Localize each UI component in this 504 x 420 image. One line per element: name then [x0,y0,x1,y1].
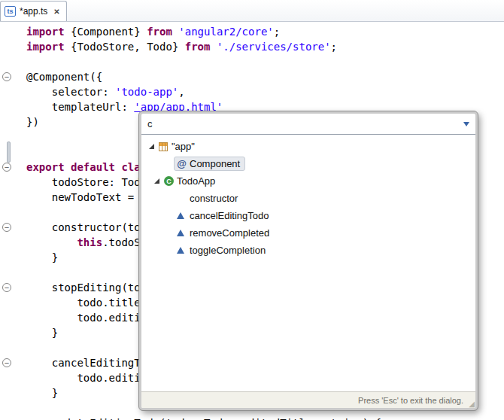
method-icon [177,230,184,236]
outline-item-label: constructor [190,193,238,204]
code-token: newTodoText = [26,191,141,203]
outline-item[interactable]: "app" [141,138,475,155]
method-icon [177,247,184,254]
code-token: ; [274,26,280,38]
fold-collapse-icon[interactable]: − [2,223,11,232]
code-token: export default class [26,161,153,173]
code-token: } [26,251,58,263]
code-token: from [185,41,217,53]
code-line[interactable]: import {Component} from 'angular2/core'; [0,24,504,39]
code-token: from [147,26,178,38]
outline-item[interactable]: CTodoApp [141,172,475,190]
code-token [26,236,77,248]
class-icon: C [164,176,174,186]
code-token: 'angular2/core' [178,26,273,38]
tree-expanded-arrow-icon[interactable] [154,178,159,184]
outline-item[interactable]: @Component [141,155,475,172]
dialog-status-text: Press 'Esc' to exit the dialog. [358,396,463,405]
code-token: ; [331,41,337,53]
resize-grip[interactable]: ◢ [469,400,475,408]
code-line[interactable]: @Component({ [0,69,504,84]
code-line[interactable]: selector: 'todo-app', [0,84,504,99]
fold-collapse-icon[interactable]: − [2,358,11,367]
outline-item[interactable]: toggleCompletion [141,242,475,259]
method-icon [177,212,184,219]
code-token: {Component} [71,26,147,38]
outline-tree: "app"@ComponentCTodoAppconstructorcancel… [141,135,475,391]
code-line[interactable]: updateEditingTodo(todo: Todo, editedTitl… [0,415,504,420]
editor-tab-bar: ts *app.ts ✕ [0,0,504,22]
outline-item[interactable]: removeCompleted [141,224,475,242]
outline-item-label: cancelEditingTodo [190,210,269,221]
code-token: this [77,236,102,248]
code-token: './services/store' [217,41,331,53]
dropdown-arrow-icon[interactable] [463,122,469,126]
code-line[interactable]: import {TodoStore, Todo} from './service… [0,39,504,54]
code-token: }) [26,116,39,128]
spacer [177,193,187,203]
outline-item[interactable]: cancelEditingTodo [141,207,475,224]
outline-item-label: "app" [172,141,195,152]
outline-filter-input[interactable]: c [147,118,463,129]
code-token: , [178,86,184,98]
module-icon [159,142,168,151]
tab-title: *app.ts [20,6,47,17]
outline-filter-row: c [141,114,475,135]
code-line[interactable] [0,54,504,69]
code-token: updateEditingTodo(todo: Todo, editedTitl… [26,417,381,420]
code-token: {TodoStore, Todo} [71,41,185,53]
code-token: templateUrl: [26,101,134,113]
outline-item[interactable]: constructor [141,190,475,207]
outline-item-label: Component [190,158,240,169]
tree-expanded-arrow-icon[interactable] [149,144,154,149]
code-token: import [26,26,71,38]
outline-item-label: TodoApp [177,175,215,187]
fold-collapse-icon[interactable]: − [2,72,11,81]
code-token: selector: [26,86,115,98]
code-token: 'todo-app' [115,86,178,98]
fold-collapse-icon[interactable]: − [2,283,11,292]
tab-app-ts[interactable]: ts *app.ts ✕ [0,1,67,21]
fold-collapse-icon[interactable]: − [2,163,11,172]
outline-item-label: toggleCompletion [190,245,266,256]
code-token: } [26,327,58,339]
tab-close-icon[interactable]: ✕ [53,8,59,16]
outline-item-label: removeCompleted [190,227,269,239]
dialog-status-bar: Press 'Esc' to exit the dialog. ◢ [141,391,475,408]
typescript-file-icon: ts [5,6,16,17]
code-token: import [26,41,71,53]
code-token: } [26,387,58,399]
annotation-icon: @ [177,158,187,169]
quick-outline-dialog: c "app"@ComponentCTodoAppconstructorcanc… [139,111,478,410]
code-token: @Component({ [26,71,102,83]
